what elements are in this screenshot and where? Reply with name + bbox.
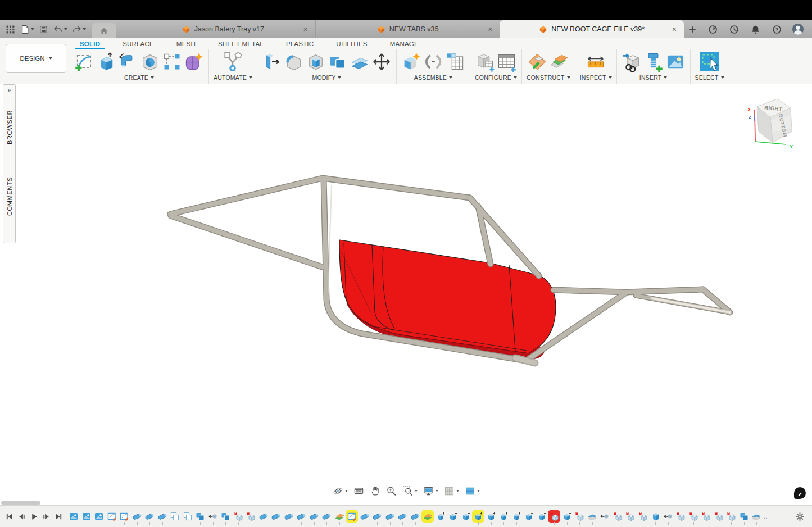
viewports-button[interactable] bbox=[463, 484, 481, 498]
go-to-start-button[interactable] bbox=[5, 512, 13, 521]
timeline-feature-delete-50[interactable] bbox=[689, 512, 698, 521]
app-grid-button[interactable] bbox=[3, 22, 17, 37]
timeline-feature-delete-51[interactable] bbox=[701, 512, 710, 521]
timeline-feature-pipe-6[interactable] bbox=[133, 512, 142, 521]
timeline-feature-sketch-4[interactable] bbox=[107, 512, 116, 521]
timeline-feature-move-43[interactable] bbox=[600, 512, 609, 521]
timeline-feature-pipe-24[interactable] bbox=[360, 512, 369, 521]
file-new-button[interactable] bbox=[17, 22, 32, 37]
chevron-down-icon[interactable] bbox=[345, 490, 348, 492]
document-tab-2[interactable]: NEW TABS v35× bbox=[315, 20, 500, 38]
timeline-feature-split-42[interactable] bbox=[588, 512, 597, 521]
display-settings-button[interactable] bbox=[421, 484, 439, 498]
insert-fastener-button[interactable] bbox=[643, 52, 664, 72]
ribbon-group-label[interactable]: CREATE bbox=[124, 74, 154, 84]
timeline-feature-copy-10[interactable] bbox=[183, 512, 192, 521]
config-table-button[interactable] bbox=[497, 52, 517, 72]
pan-button[interactable] bbox=[368, 484, 382, 498]
notifications-button[interactable] bbox=[748, 22, 763, 37]
ribbon-tab-manage[interactable]: MANAGE bbox=[379, 38, 430, 49]
timeline-feature-delete-41[interactable] bbox=[575, 512, 584, 521]
timeline-feature-pipe-27[interactable] bbox=[398, 512, 407, 521]
timeline-feature-combine-11[interactable] bbox=[196, 512, 205, 521]
ribbon-group-label[interactable]: INSERT bbox=[639, 74, 668, 84]
zoom-button[interactable] bbox=[384, 484, 398, 498]
ribbon-tab-utilities[interactable]: UTILITIES bbox=[325, 38, 378, 49]
timeline-feature-delete-49[interactable] bbox=[676, 512, 685, 521]
automate-button[interactable] bbox=[221, 51, 244, 73]
avatar-button[interactable] bbox=[791, 22, 805, 37]
timeline-feature-extrude-tall-47[interactable] bbox=[651, 512, 660, 521]
timeline-feature-pipe-16[interactable] bbox=[259, 512, 268, 521]
look-at-button[interactable] bbox=[352, 484, 365, 498]
timeline-settings-button[interactable] bbox=[795, 512, 805, 521]
ribbon-tab-solid[interactable]: SOLID bbox=[69, 38, 111, 49]
chevron-down-icon[interactable] bbox=[477, 490, 480, 492]
timeline-feature-extrude-37[interactable] bbox=[524, 512, 533, 521]
document-tab-3[interactable]: NEW ROOT CAGE FILE v39*× bbox=[500, 20, 684, 38]
timeline-feature-combine-13[interactable] bbox=[221, 512, 230, 521]
press-pull-button[interactable] bbox=[262, 52, 282, 72]
ribbon-group-label[interactable]: ASSEMBLE bbox=[414, 74, 452, 84]
timeline-feature-delete-46[interactable] bbox=[638, 512, 647, 521]
redo-button[interactable] bbox=[69, 22, 84, 37]
extrude-button[interactable] bbox=[96, 52, 116, 72]
shell-button[interactable] bbox=[306, 52, 326, 72]
timeline-scrollbar[interactable] bbox=[1, 501, 40, 505]
timeline-feature-delete-44[interactable] bbox=[613, 512, 622, 521]
timeline-feature-move-12[interactable] bbox=[208, 512, 217, 521]
timeline-feature-plane-22[interactable] bbox=[335, 512, 344, 521]
close-tab-button[interactable]: × bbox=[488, 25, 492, 33]
job-status-button[interactable] bbox=[727, 22, 741, 37]
timeline-feature-extrude-38[interactable] bbox=[537, 512, 546, 521]
timeline-feature-image-1[interactable] bbox=[69, 512, 78, 521]
ribbon-tab-mesh[interactable]: MESH bbox=[165, 38, 207, 49]
chevron-down-icon[interactable] bbox=[436, 490, 438, 492]
timeline-feature-delete-15[interactable] bbox=[246, 512, 255, 521]
feedback-assistant-button[interactable] bbox=[794, 487, 806, 499]
timeline-feature-pipe-20[interactable] bbox=[310, 512, 319, 521]
timeline-feature-extrude-31[interactable] bbox=[448, 512, 457, 521]
ribbon-tab-plastic[interactable]: PLASTIC bbox=[275, 38, 325, 49]
step-forward-button[interactable] bbox=[42, 512, 51, 521]
timeline-feature-extrude-32[interactable] bbox=[461, 512, 470, 521]
timeline-feature-image-3[interactable] bbox=[94, 512, 103, 521]
timeline-feature-extrude-33[interactable] bbox=[474, 512, 483, 521]
new-document-tab-button[interactable] bbox=[684, 20, 701, 38]
timeline-feature-pipe-28[interactable] bbox=[411, 512, 420, 521]
workspace-selector[interactable]: DESIGN bbox=[6, 44, 66, 73]
ribbon-tab-surface[interactable]: SURFACE bbox=[111, 38, 165, 49]
timeline-feature-extrude-36[interactable] bbox=[512, 512, 521, 521]
timeline-feature-pipe-26[interactable] bbox=[385, 512, 394, 521]
insert-derive-button[interactable] bbox=[622, 52, 642, 72]
combine-button[interactable] bbox=[328, 52, 348, 72]
timeline-feature-copy-9[interactable] bbox=[170, 512, 179, 521]
timeline-feature-delete-39[interactable] bbox=[550, 512, 559, 521]
document-tab-1[interactable]: Jason Batery Tray v17× bbox=[131, 20, 315, 38]
undo-button[interactable] bbox=[51, 22, 65, 37]
timeline-feature-move-48[interactable] bbox=[664, 512, 673, 521]
measure-button[interactable] bbox=[586, 52, 606, 72]
chevron-down-icon[interactable] bbox=[415, 490, 418, 492]
ribbon-tab-sheet-metal[interactable]: SHEET METAL bbox=[207, 38, 275, 49]
extensions-button[interactable] bbox=[705, 22, 720, 37]
move-button[interactable] bbox=[371, 52, 392, 72]
chevron-down-icon[interactable] bbox=[64, 28, 67, 30]
new-component-button[interactable] bbox=[401, 52, 421, 72]
chevron-down-icon[interactable] bbox=[456, 490, 459, 492]
chevron-down-icon[interactable] bbox=[83, 28, 86, 30]
form-button[interactable] bbox=[184, 52, 204, 72]
ribbon-group-label[interactable]: AUTOMATE bbox=[214, 74, 252, 84]
timeline-feature-delete-14[interactable] bbox=[234, 512, 243, 521]
offset-face-button[interactable] bbox=[350, 52, 370, 72]
timeline-feature-pipe-8[interactable] bbox=[158, 512, 167, 521]
hole-button[interactable] bbox=[140, 52, 160, 72]
timeline-feature-delete-45[interactable] bbox=[625, 512, 634, 521]
expand-panel-button[interactable]: » bbox=[8, 85, 11, 94]
close-tab-button[interactable]: × bbox=[672, 25, 677, 33]
timeline-feature-pipe-18[interactable] bbox=[284, 512, 293, 521]
timeline-feature-pipe-21[interactable] bbox=[322, 512, 331, 521]
timeline-feature-plane-29[interactable] bbox=[423, 512, 432, 521]
go-to-end-button[interactable] bbox=[55, 512, 63, 521]
timeline-feature-combine-54[interactable] bbox=[740, 512, 749, 521]
